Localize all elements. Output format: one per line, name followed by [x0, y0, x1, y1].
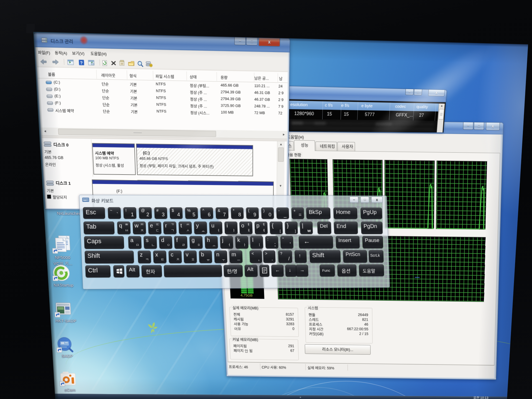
svg-text:?: ? — [80, 60, 83, 65]
